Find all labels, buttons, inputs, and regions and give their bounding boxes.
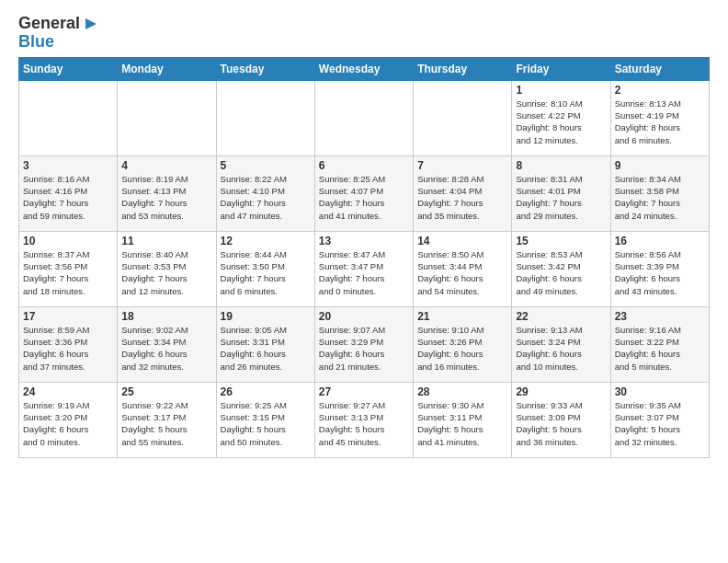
- day-info: Sunrise: 8:19 AM Sunset: 4:13 PM Dayligh…: [121, 173, 211, 222]
- day-number: 24: [23, 385, 113, 398]
- calendar: SundayMondayTuesdayWednesdayThursdayFrid…: [18, 57, 710, 458]
- calendar-cell: 5Sunrise: 8:22 AM Sunset: 4:10 PM Daylig…: [216, 155, 314, 231]
- day-info: Sunrise: 9:27 AM Sunset: 3:13 PM Dayligh…: [319, 399, 409, 448]
- day-number: 15: [516, 235, 606, 247]
- day-info: Sunrise: 8:37 AM Sunset: 3:56 PM Dayligh…: [23, 248, 113, 297]
- calendar-cell: 8Sunrise: 8:31 AM Sunset: 4:01 PM Daylig…: [512, 155, 610, 231]
- calendar-cell: 12Sunrise: 8:44 AM Sunset: 3:50 PM Dayli…: [216, 231, 314, 306]
- day-info: Sunrise: 9:13 AM Sunset: 3:24 PM Dayligh…: [516, 324, 606, 373]
- calendar-cell: 20Sunrise: 9:07 AM Sunset: 3:29 PM Dayli…: [314, 306, 413, 382]
- calendar-cell: 16Sunrise: 8:56 AM Sunset: 3:39 PM Dayli…: [610, 231, 709, 306]
- calendar-cell: 13Sunrise: 8:47 AM Sunset: 3:47 PM Dayli…: [314, 231, 413, 306]
- calendar-cell: 23Sunrise: 9:16 AM Sunset: 3:22 PM Dayli…: [610, 306, 709, 382]
- calendar-cell: [19, 80, 118, 155]
- day-number: 14: [417, 235, 507, 247]
- day-number: 28: [417, 385, 507, 398]
- calendar-cell: 14Sunrise: 8:50 AM Sunset: 3:44 PM Dayli…: [414, 231, 512, 306]
- day-number: 9: [615, 159, 705, 172]
- day-number: 21: [417, 310, 507, 323]
- calendar-cell: 29Sunrise: 9:33 AM Sunset: 3:09 PM Dayli…: [512, 382, 610, 457]
- day-number: 22: [516, 310, 606, 323]
- weekday-header-row: SundayMondayTuesdayWednesdayThursdayFrid…: [19, 57, 710, 80]
- weekday-header-monday: Monday: [118, 57, 216, 80]
- calendar-cell: [414, 80, 512, 155]
- calendar-cell: 7Sunrise: 8:28 AM Sunset: 4:04 PM Daylig…: [414, 155, 512, 231]
- calendar-cell: 26Sunrise: 9:25 AM Sunset: 3:15 PM Dayli…: [216, 382, 314, 457]
- calendar-cell: 9Sunrise: 8:34 AM Sunset: 3:58 PM Daylig…: [610, 155, 709, 231]
- day-info: Sunrise: 9:05 AM Sunset: 3:31 PM Dayligh…: [221, 324, 311, 373]
- calendar-cell: 21Sunrise: 9:10 AM Sunset: 3:26 PM Dayli…: [414, 306, 512, 382]
- logo-general: General: [18, 15, 80, 33]
- week-row-3: 10Sunrise: 8:37 AM Sunset: 3:56 PM Dayli…: [19, 231, 710, 306]
- weekday-header-tuesday: Tuesday: [216, 57, 314, 80]
- day-number: 19: [221, 310, 311, 323]
- calendar-cell: 19Sunrise: 9:05 AM Sunset: 3:31 PM Dayli…: [216, 306, 314, 382]
- weekday-header-saturday: Saturday: [610, 57, 709, 80]
- day-info: Sunrise: 8:22 AM Sunset: 4:10 PM Dayligh…: [221, 173, 311, 222]
- week-row-5: 24Sunrise: 9:19 AM Sunset: 3:20 PM Dayli…: [19, 382, 710, 457]
- day-number: 23: [615, 310, 705, 323]
- day-info: Sunrise: 9:10 AM Sunset: 3:26 PM Dayligh…: [417, 324, 507, 373]
- day-number: 20: [319, 310, 409, 323]
- calendar-cell: 1Sunrise: 8:10 AM Sunset: 4:22 PM Daylig…: [512, 80, 610, 155]
- weekday-header-thursday: Thursday: [414, 57, 512, 80]
- day-number: 29: [516, 385, 606, 398]
- day-number: 6: [319, 159, 409, 172]
- day-info: Sunrise: 9:07 AM Sunset: 3:29 PM Dayligh…: [319, 324, 409, 373]
- calendar-cell: 28Sunrise: 9:30 AM Sunset: 3:11 PM Dayli…: [414, 382, 512, 457]
- day-number: 3: [23, 159, 113, 172]
- day-number: 8: [516, 159, 606, 172]
- day-info: Sunrise: 9:19 AM Sunset: 3:20 PM Dayligh…: [23, 399, 113, 448]
- day-number: 5: [221, 159, 311, 172]
- day-number: 10: [23, 235, 113, 247]
- week-row-4: 17Sunrise: 8:59 AM Sunset: 3:36 PM Dayli…: [19, 306, 710, 382]
- day-info: Sunrise: 8:44 AM Sunset: 3:50 PM Dayligh…: [221, 248, 311, 297]
- day-info: Sunrise: 9:25 AM Sunset: 3:15 PM Dayligh…: [221, 399, 311, 448]
- weekday-header-wednesday: Wednesday: [314, 57, 413, 80]
- calendar-cell: [118, 80, 216, 155]
- day-info: Sunrise: 8:16 AM Sunset: 4:16 PM Dayligh…: [23, 173, 113, 222]
- header: General Blue: [18, 15, 710, 52]
- day-number: 17: [23, 310, 113, 323]
- calendar-cell: 6Sunrise: 8:25 AM Sunset: 4:07 PM Daylig…: [314, 155, 413, 231]
- calendar-cell: [314, 80, 413, 155]
- calendar-cell: 25Sunrise: 9:22 AM Sunset: 3:17 PM Dayli…: [118, 382, 216, 457]
- page: General Blue SundayMondayTuesdayWednesda…: [0, 0, 728, 467]
- calendar-cell: 27Sunrise: 9:27 AM Sunset: 3:13 PM Dayli…: [314, 382, 413, 457]
- calendar-cell: 10Sunrise: 8:37 AM Sunset: 3:56 PM Dayli…: [19, 231, 118, 306]
- day-number: 1: [516, 84, 606, 97]
- day-info: Sunrise: 8:50 AM Sunset: 3:44 PM Dayligh…: [417, 248, 507, 297]
- day-number: 16: [615, 235, 705, 247]
- day-number: 7: [417, 159, 507, 172]
- logo-text-block: General Blue: [18, 15, 100, 52]
- week-row-2: 3Sunrise: 8:16 AM Sunset: 4:16 PM Daylig…: [19, 155, 710, 231]
- day-info: Sunrise: 8:59 AM Sunset: 3:36 PM Dayligh…: [23, 324, 113, 373]
- calendar-cell: 3Sunrise: 8:16 AM Sunset: 4:16 PM Daylig…: [19, 155, 118, 231]
- day-info: Sunrise: 8:53 AM Sunset: 3:42 PM Dayligh…: [516, 248, 606, 297]
- day-number: 27: [319, 385, 409, 398]
- day-info: Sunrise: 8:28 AM Sunset: 4:04 PM Dayligh…: [417, 173, 507, 222]
- day-info: Sunrise: 9:22 AM Sunset: 3:17 PM Dayligh…: [121, 399, 211, 448]
- calendar-cell: 30Sunrise: 9:35 AM Sunset: 3:07 PM Dayli…: [610, 382, 709, 457]
- day-info: Sunrise: 8:10 AM Sunset: 4:22 PM Dayligh…: [516, 98, 606, 146]
- day-info: Sunrise: 8:34 AM Sunset: 3:58 PM Dayligh…: [615, 173, 705, 222]
- weekday-header-friday: Friday: [512, 57, 610, 80]
- day-info: Sunrise: 8:40 AM Sunset: 3:53 PM Dayligh…: [121, 248, 211, 297]
- day-info: Sunrise: 9:35 AM Sunset: 3:07 PM Dayligh…: [615, 399, 705, 448]
- day-number: 30: [615, 385, 705, 398]
- calendar-cell: [216, 80, 314, 155]
- day-info: Sunrise: 8:25 AM Sunset: 4:07 PM Dayligh…: [319, 173, 409, 222]
- calendar-cell: 18Sunrise: 9:02 AM Sunset: 3:34 PM Dayli…: [118, 306, 216, 382]
- day-info: Sunrise: 8:56 AM Sunset: 3:39 PM Dayligh…: [615, 248, 705, 297]
- calendar-cell: 17Sunrise: 8:59 AM Sunset: 3:36 PM Dayli…: [19, 306, 118, 382]
- day-number: 2: [615, 84, 705, 97]
- day-info: Sunrise: 9:30 AM Sunset: 3:11 PM Dayligh…: [417, 399, 507, 448]
- weekday-header-sunday: Sunday: [19, 57, 118, 80]
- day-number: 12: [221, 235, 311, 247]
- calendar-cell: 11Sunrise: 8:40 AM Sunset: 3:53 PM Dayli…: [118, 231, 216, 306]
- day-info: Sunrise: 8:31 AM Sunset: 4:01 PM Dayligh…: [516, 173, 606, 222]
- calendar-cell: 15Sunrise: 8:53 AM Sunset: 3:42 PM Dayli…: [512, 231, 610, 306]
- logo-arrow-icon: [82, 15, 100, 33]
- day-info: Sunrise: 8:13 AM Sunset: 4:19 PM Dayligh…: [615, 98, 705, 146]
- calendar-cell: 4Sunrise: 8:19 AM Sunset: 4:13 PM Daylig…: [118, 155, 216, 231]
